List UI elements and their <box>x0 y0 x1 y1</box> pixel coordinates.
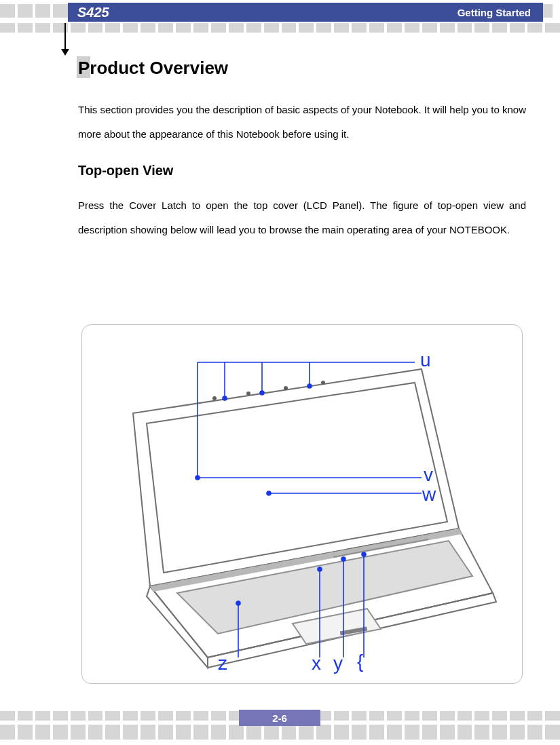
callout-u: u <box>420 349 431 371</box>
callout-z: z <box>218 653 227 674</box>
intro-paragraph: This section provides you the descriptio… <box>78 98 526 147</box>
subheading: Top-open View <box>78 163 526 178</box>
figure-box: u v w z x y { <box>81 324 523 684</box>
svg-point-4 <box>321 381 325 385</box>
svg-point-3 <box>284 386 288 390</box>
bottom-deco-row-2 <box>0 725 560 740</box>
callout-x: x <box>312 653 321 674</box>
down-arrow-stem <box>64 23 66 52</box>
page-title: Product Overview <box>78 58 526 79</box>
top-deco-row-1 <box>0 4 68 18</box>
svg-point-2 <box>246 391 250 396</box>
header-section: Getting Started <box>458 7 531 18</box>
header-model: S425 <box>77 5 109 20</box>
svg-point-13 <box>260 391 264 395</box>
svg-point-12 <box>223 396 227 400</box>
top-deco-row-2 <box>0 23 560 33</box>
laptop-diagram <box>82 325 523 685</box>
callout-w: w <box>422 484 436 505</box>
svg-point-1 <box>212 396 217 400</box>
down-arrow-head-icon <box>61 49 69 56</box>
page-number: 2-6 <box>239 710 320 726</box>
callout-brace: { <box>357 651 363 672</box>
callout-y-lower: y <box>333 653 343 674</box>
callout-v-upper: v <box>424 464 433 486</box>
header-bar: S425 Getting Started <box>68 3 543 22</box>
subheading-paragraph: Press the Cover Latch to open the top co… <box>78 193 526 242</box>
content-area: Product Overview This section provides y… <box>78 58 526 259</box>
svg-point-14 <box>307 384 312 388</box>
